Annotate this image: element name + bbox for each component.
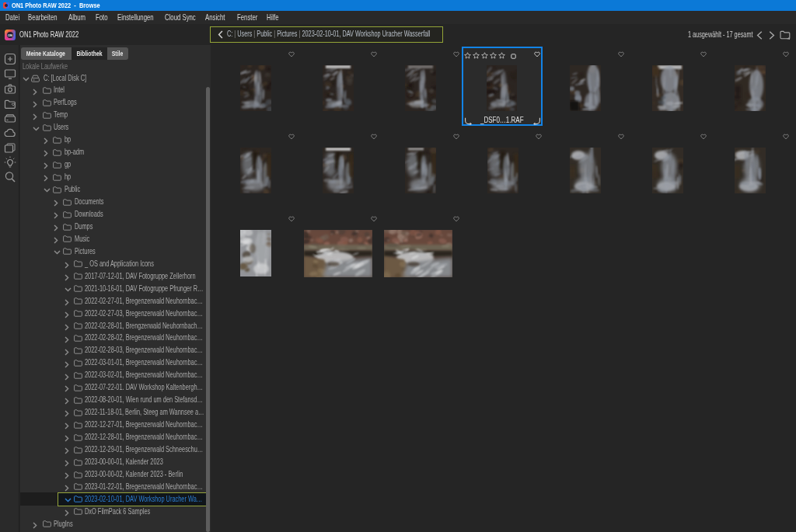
svg-text:ON: ON — [8, 33, 12, 37]
